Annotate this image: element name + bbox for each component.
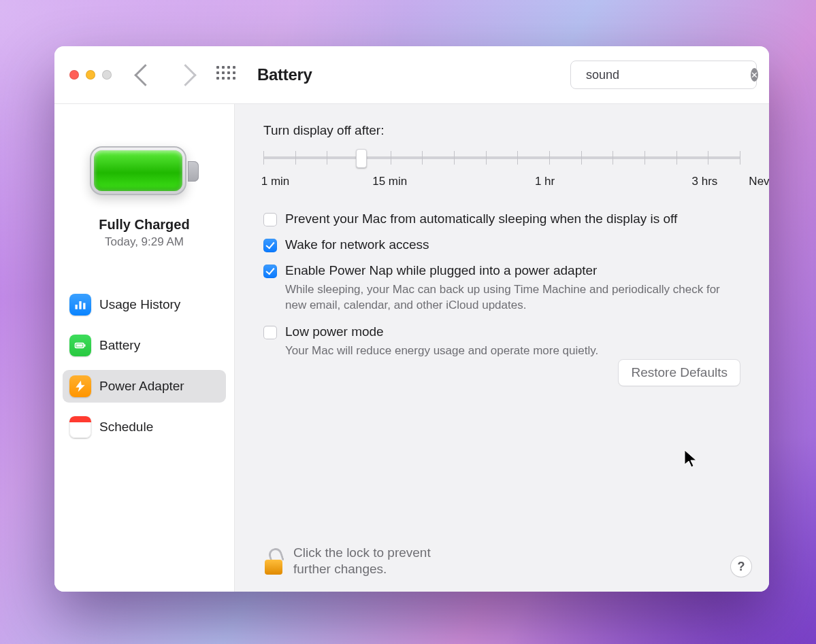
sidebar-item-schedule[interactable]: Schedule <box>63 411 226 443</box>
option-row: Wake for network access <box>263 237 740 252</box>
titlebar: Battery ✕ <box>54 46 769 104</box>
sidebar-item-label: Schedule <box>99 420 153 435</box>
bolt-icon <box>69 375 91 397</box>
sidebar-item-label: Battery <box>99 338 140 353</box>
slider-tick-label: 15 min <box>372 175 407 188</box>
minimize-window-button[interactable] <box>86 70 95 80</box>
option-row: Prevent your Mac from automatically slee… <box>263 211 740 226</box>
back-button[interactable] <box>134 64 157 86</box>
search-input[interactable] <box>585 67 745 83</box>
sidebar-item-battery[interactable]: Battery <box>63 329 226 362</box>
slider-tick-label: 1 min <box>261 175 290 188</box>
svg-rect-4 <box>83 303 85 309</box>
option-title: Low power mode <box>285 324 598 339</box>
slider-thumb[interactable] <box>356 149 367 168</box>
svg-rect-6 <box>84 344 86 346</box>
nav-buttons <box>137 67 193 83</box>
checkbox[interactable] <box>263 326 277 339</box>
option-subtitle: While sleeping, your Mac can back up usi… <box>285 282 740 313</box>
search-field[interactable]: ✕ <box>570 61 757 89</box>
lock-icon <box>263 547 284 575</box>
sidebar-item-label: Power Adapter <box>99 379 184 394</box>
slider-labels: 1 min15 min1 hr3 hrsNever <box>263 172 740 194</box>
display-off-title: Turn display off after: <box>263 123 740 138</box>
sidebar-item-usage-history[interactable]: Usage History <box>63 288 226 321</box>
show-all-prefs-button[interactable] <box>216 66 234 84</box>
checkbox[interactable] <box>263 213 277 226</box>
sidebar-item-label: Usage History <box>99 297 180 312</box>
option-title: Prevent your Mac from automatically slee… <box>285 211 677 226</box>
option-row: Low power modeYour Mac will reduce energ… <box>263 324 740 359</box>
option-title: Enable Power Nap while plugged into a po… <box>285 263 740 278</box>
forward-button[interactable] <box>174 64 197 86</box>
window-title: Battery <box>257 65 312 84</box>
sidebar: Fully Charged Today, 9:29 AM Usage Histo… <box>54 104 235 592</box>
sidebar-item-power-adapter[interactable]: Power Adapter <box>63 370 226 403</box>
lock-area[interactable]: Click the lock to prevent further change… <box>263 545 470 578</box>
svg-rect-7 <box>76 344 82 346</box>
svg-rect-3 <box>79 301 81 309</box>
main-content: Turn display off after: 1 min15 min1 hr3… <box>235 104 769 592</box>
battery-icon <box>90 141 199 202</box>
checkbox[interactable] <box>263 265 277 278</box>
battery-status-title: Fully Charged <box>99 217 189 233</box>
battery-small-icon <box>69 335 91 356</box>
calendar-icon <box>69 416 91 438</box>
chart-bars-icon <box>69 294 91 316</box>
svg-rect-2 <box>76 305 78 309</box>
slider-tick-label: 1 hr <box>535 175 555 188</box>
checkbox[interactable] <box>263 239 277 252</box>
option-title: Wake for network access <box>285 237 429 252</box>
option-subtitle: Your Mac will reduce energy usage and op… <box>285 343 598 359</box>
preferences-window: Battery ✕ Fully Charged Today, 9:29 AM U… <box>54 46 769 592</box>
window-controls <box>69 70 112 80</box>
zoom-window-button[interactable] <box>102 70 112 80</box>
battery-status-time: Today, 9:29 AM <box>105 235 184 249</box>
option-row: Enable Power Nap while plugged into a po… <box>263 263 740 313</box>
help-button[interactable]: ? <box>731 556 751 577</box>
slider-tick-label: 3 hrs <box>692 175 718 188</box>
lock-hint-text: Click the lock to prevent further change… <box>293 545 470 578</box>
display-off-slider[interactable] <box>263 148 740 168</box>
sidebar-nav: Usage History Battery Power Adapter <box>63 288 226 443</box>
restore-defaults-button[interactable]: Restore Defaults <box>618 359 740 386</box>
clear-search-button[interactable]: ✕ <box>751 68 758 82</box>
slider-tick-label: Never <box>749 175 769 188</box>
close-window-button[interactable] <box>69 70 79 80</box>
